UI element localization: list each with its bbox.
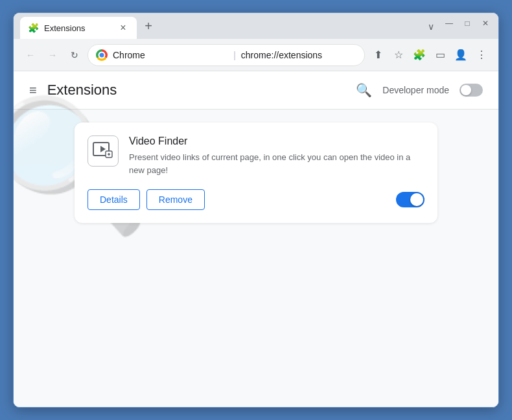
maximize-button[interactable]: □ (461, 17, 474, 30)
extensions-icon[interactable]: 🧩 (410, 46, 428, 64)
title-bar: 🧩 Extensions × + ∨ — □ ✕ (14, 13, 498, 39)
share-icon[interactable]: ⬆ (369, 46, 387, 64)
extension-card: Video Finder Present video links of curr… (75, 122, 437, 223)
browser-toolbar: ← → ↻ Chrome | chrome://extensions ⬆ ☆ 🧩… (14, 39, 498, 71)
bookmark-icon[interactable]: ☆ (390, 46, 408, 64)
browser-window: 🧩 Extensions × + ∨ — □ ✕ ← → ↻ Chrome | … (13, 12, 499, 408)
remove-button[interactable]: Remove (146, 189, 205, 210)
card-top: Video Finder Present video links of curr… (87, 135, 425, 176)
profile-icon[interactable]: 👤 (452, 46, 470, 64)
chrome-label: Chrome (113, 50, 228, 60)
extension-description: Present video links of current page, in … (129, 151, 425, 176)
tab-favicon-icon: 🧩 (28, 23, 39, 33)
details-button[interactable]: Details (87, 189, 140, 210)
browser-tab[interactable]: 🧩 Extensions × (20, 17, 137, 39)
page-title: Extensions (47, 82, 356, 99)
extension-app-icon (87, 135, 119, 167)
tab-close-button[interactable]: × (117, 22, 129, 34)
developer-mode-toggle[interactable] (460, 84, 483, 97)
extensions-header: ≡ Extensions 🔍 Developer mode (14, 71, 498, 110)
header-actions: 🔍 Developer mode (356, 82, 483, 98)
chevron-down-icon[interactable]: ∨ (425, 17, 437, 30)
search-icon[interactable]: 🔍 (356, 82, 372, 98)
sidebar-icon[interactable]: ▭ (431, 46, 449, 64)
svg-marker-1 (100, 146, 106, 152)
extension-enabled-toggle[interactable] (396, 192, 425, 207)
extension-name: Video Finder (129, 135, 425, 147)
address-bar[interactable]: Chrome | chrome://extensions (87, 44, 365, 66)
forward-button[interactable]: → (43, 46, 62, 64)
address-text: chrome://extensions (241, 50, 356, 60)
back-button[interactable]: ← (21, 46, 40, 64)
menu-icon[interactable]: ⋮ (472, 46, 491, 64)
new-tab-button[interactable]: + (139, 17, 157, 35)
developer-mode-label: Developer mode (382, 85, 449, 95)
extension-info: Video Finder Present video links of curr… (129, 135, 425, 176)
card-bottom: Details Remove (87, 189, 425, 210)
page-content: ≡ Extensions 🔍 Developer mode 🔍 (14, 71, 498, 407)
toolbar-actions: ⬆ ☆ 🧩 ▭ 👤 ⋮ (369, 46, 491, 64)
reload-button[interactable]: ↻ (65, 46, 84, 64)
minimize-button[interactable]: — (443, 17, 456, 30)
menu-hamburger-icon[interactable]: ≡ (29, 83, 37, 98)
main-content: 🔍 Video Finder Pr (14, 110, 498, 236)
video-finder-icon (91, 139, 115, 163)
title-bar-controls: ∨ — □ ✕ (422, 13, 492, 30)
address-divider: | (233, 50, 236, 60)
tab-title: Extensions (44, 23, 112, 33)
chrome-logo-icon (96, 49, 108, 61)
close-button[interactable]: ✕ (479, 17, 492, 30)
